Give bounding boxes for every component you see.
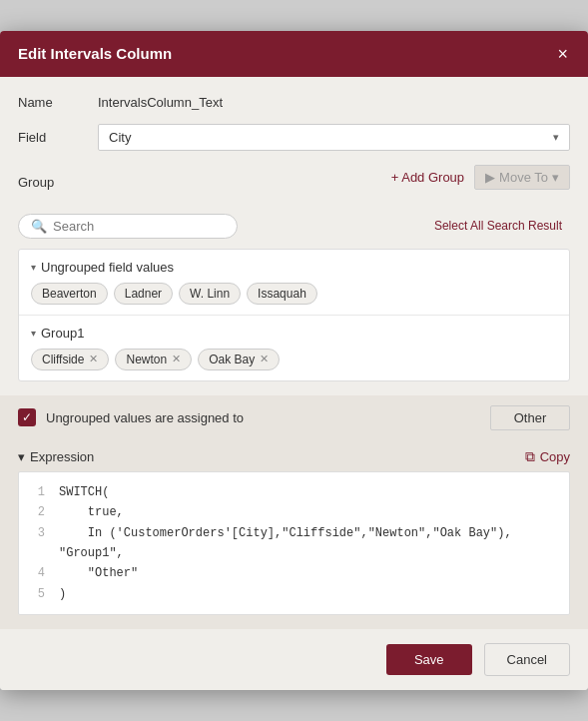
remove-cliffside-button[interactable]: ✕ <box>89 354 98 364</box>
move-to-chevron-icon: ▾ <box>552 170 559 185</box>
dialog-footer: Save Cancel <box>0 629 588 690</box>
dialog-body: Name IntervalsColumn_Text Field City ▾ G… <box>0 77 588 381</box>
field-select-value: City <box>109 130 131 145</box>
code-line: 5 ) <box>31 584 557 604</box>
list-item: Beaverton <box>31 283 108 305</box>
group1-chevron-icon: ▾ <box>31 328 36 339</box>
code-line: 4 "Other" <box>31 563 557 583</box>
move-to-button[interactable]: ▶ Move To ▾ <box>474 165 570 190</box>
list-item: W. Linn <box>179 283 241 305</box>
copy-label: Copy <box>540 449 570 464</box>
copy-icon: ⧉ <box>525 448 535 465</box>
checkmark-icon: ✓ <box>22 410 32 424</box>
groups-area: ▾ Ungrouped field values Beaverton Ladne… <box>18 249 570 381</box>
expression-header: ▾ Expression ⧉ Copy <box>18 448 570 465</box>
search-icon: 🔍 <box>31 219 47 234</box>
ungrouped-assigned-value: Other <box>490 405 570 430</box>
group1-tags: Cliffside ✕ Newton ✕ Oak Bay ✕ <box>31 349 557 370</box>
group-actions: + Add Group ▶ Move To ▾ <box>391 165 570 190</box>
expression-label: Expression <box>30 449 94 464</box>
add-group-button[interactable]: + Add Group <box>391 170 464 185</box>
ungrouped-chevron-icon: ▾ <box>31 262 36 273</box>
dialog-header: Edit Intervals Column × <box>0 31 588 77</box>
name-value: IntervalsColumn_Text <box>98 95 570 110</box>
list-item: Issaquah <box>247 283 317 305</box>
group-label: Group <box>18 175 98 190</box>
search-row: 🔍 Select All Search Result <box>18 214 570 239</box>
list-item: Newton ✕ <box>115 349 192 370</box>
ungrouped-tags: Beaverton Ladner W. Linn Issaquah <box>31 283 557 305</box>
group1-section: ▾ Group1 Cliffside ✕ Newton ✕ Oak Bay ✕ <box>19 315 569 380</box>
code-line: 2 true, <box>31 502 557 522</box>
name-row: Name IntervalsColumn_Text <box>18 95 570 110</box>
ungrouped-header: ▾ Ungrouped field values <box>31 260 557 275</box>
expression-chevron-icon: ▾ <box>18 449 25 464</box>
dialog-title: Edit Intervals Column <box>18 45 172 62</box>
name-label: Name <box>18 95 98 110</box>
ungrouped-section: ▾ Ungrouped field values Beaverton Ladne… <box>19 250 569 315</box>
list-item: Ladner <box>114 283 173 305</box>
ungrouped-title: Ungrouped field values <box>41 260 174 275</box>
field-label: Field <box>18 130 98 145</box>
close-button[interactable]: × <box>555 45 570 63</box>
chevron-down-icon: ▾ <box>553 131 559 144</box>
select-all-button[interactable]: Select All Search Result <box>426 215 570 237</box>
cancel-button[interactable]: Cancel <box>484 643 570 676</box>
code-line: 3 In ('CustomerOrders'[City],"Cliffside"… <box>31 523 557 564</box>
list-item: Oak Bay ✕ <box>198 349 280 370</box>
move-to-label: Move To <box>499 170 548 185</box>
search-wrap: 🔍 <box>18 214 238 239</box>
field-row: Field City ▾ <box>18 124 570 151</box>
copy-button[interactable]: ⧉ Copy <box>525 448 570 465</box>
expression-section: ▾ Expression ⧉ Copy 1 SWITCH( 2 true, 3 … <box>0 440 588 629</box>
code-block: 1 SWITCH( 2 true, 3 In ('CustomerOrders'… <box>18 471 570 615</box>
search-input[interactable] <box>53 219 225 234</box>
remove-newton-button[interactable]: ✕ <box>172 354 181 364</box>
edit-intervals-dialog: Edit Intervals Column × Name IntervalsCo… <box>0 31 588 690</box>
group1-header: ▾ Group1 <box>31 326 557 341</box>
group1-title: Group1 <box>41 326 84 341</box>
list-item: Cliffside ✕ <box>31 349 109 370</box>
expression-title: ▾ Expression <box>18 449 94 464</box>
ungrouped-assigned-row: ✓ Ungrouped values are assigned to Other <box>0 395 588 440</box>
ungrouped-checkbox[interactable]: ✓ <box>18 408 36 426</box>
field-select[interactable]: City ▾ <box>98 124 570 151</box>
remove-oakbay-button[interactable]: ✕ <box>260 354 269 364</box>
code-line: 1 SWITCH( <box>31 482 557 502</box>
move-to-icon: ▶ <box>485 170 495 185</box>
save-button[interactable]: Save <box>386 644 472 675</box>
group-row: Group + Add Group ▶ Move To ▾ <box>18 165 570 200</box>
ungrouped-assigned-label: Ungrouped values are assigned to <box>46 410 480 425</box>
